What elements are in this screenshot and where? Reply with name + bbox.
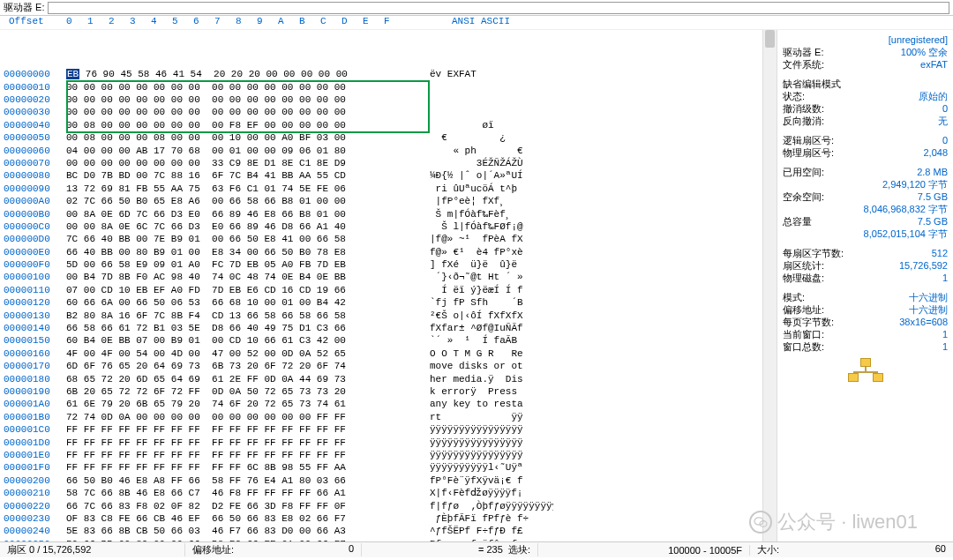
hex-bytes[interactable]: B2 80 8A 16 6F 7C 8B F4 CD 13 66 58 66 5… — [66, 310, 430, 322]
hex-bytes[interactable]: FF FF FF FF FF FF FF FF FF FF FF FF FF F… — [66, 437, 430, 449]
hex-row[interactable]: 0000015060 B4 0E BB 07 00 B9 01 00 CD 10… — [0, 334, 762, 347]
hex-bytes[interactable]: EB 76 90 45 58 46 41 54 20 20 20 00 00 0… — [66, 68, 430, 80]
hex-bytes[interactable]: 61 6E 79 20 6B 65 79 20 74 6F 20 72 65 7… — [66, 398, 430, 410]
hex-row[interactable]: 00000130B2 80 8A 16 6F 7C 8B F4 CD 13 66… — [0, 310, 762, 322]
ascii-cell[interactable]: 3ÉŽÑŽÁŽÙ — [430, 157, 553, 169]
ascii-cell[interactable]: Í ëï ý}ëæÍ Í f — [430, 284, 553, 296]
hex-row[interactable]: 000000A002 7C 66 50 B0 65 E8 A6 00 66 58… — [0, 195, 762, 207]
hex-row[interactable]: 0000011007 00 CD 10 EB EF A0 FD 7D EB E6… — [0, 284, 762, 296]
hex-row[interactable]: 000001604F 00 4F 00 54 00 4D 00 47 00 52… — [0, 347, 762, 360]
hex-bytes[interactable]: 4F 00 4F 00 54 00 4D 00 47 00 52 00 0D 0… — [66, 347, 430, 360]
hex-bytes[interactable]: 66 7C 66 83 F8 02 0F 82 D2 FE 66 3D F8 F… — [66, 500, 430, 512]
ascii-cell[interactable]: k errorÿ Press — [430, 385, 553, 398]
hex-bytes[interactable]: OF 83 C8 FE 66 CB 46 EF 66 50 66 83 E8 0… — [66, 512, 430, 525]
hex-row[interactable]: 000001B072 74 0D 0A 00 00 00 00 00 00 00… — [0, 411, 762, 423]
hex-bytes[interactable]: 66 58 66 61 72 B1 03 5E D8 66 40 49 75 D… — [66, 322, 430, 334]
hex-row[interactable]: 0000003000 00 00 00 00 00 00 00 00 00 00… — [0, 106, 762, 118]
hex-bytes[interactable]: 66 50 B0 46 E8 A8 FF 66 58 FF 76 E4 A1 8… — [66, 474, 430, 487]
hex-row[interactable]: 0000018068 65 72 20 6D 65 64 69 61 2E FF… — [0, 373, 762, 385]
hex-bytes[interactable]: BC D0 7B BD 00 7C 88 16 6F 7C B4 41 BB A… — [66, 169, 430, 182]
ascii-cell[interactable]: fXfar± ^Øf@IuÑÃf — [430, 322, 553, 334]
hex-row[interactable]: 000000E066 40 BB 00 80 B9 01 00 E8 34 00… — [0, 246, 762, 258]
hex-row[interactable]: 0000012060 66 6A 00 66 50 06 53 66 68 10… — [0, 296, 762, 309]
hex-bytes[interactable]: 00 00 00 00 00 00 00 00 00 00 00 00 00 0… — [66, 81, 430, 93]
hex-bytes[interactable]: FF FF FF FF FF FF FF FF FF FF FF FF FF F… — [66, 423, 430, 436]
hex-row[interactable]: 000000B000 8A 0E 6D 7C 66 D3 E0 66 89 46… — [0, 208, 762, 220]
hex-bytes[interactable]: 66 40 BB 00 80 B9 01 00 E8 34 00 66 50 B… — [66, 246, 430, 258]
hex-row[interactable]: 000001D0FF FF FF FF FF FF FF FF FF FF FF… — [0, 437, 762, 449]
ascii-cell[interactable] — [430, 106, 553, 118]
ascii-cell[interactable]: € ¿ — [430, 131, 553, 144]
ascii-cell[interactable]: fP°Fè¨ÿfXÿvä¡€ f — [430, 474, 553, 487]
hex-bytes[interactable]: 00 08 00 00 00 08 00 00 00 10 00 00 A0 B… — [66, 131, 430, 144]
hex-row[interactable]: 000001F0FF FF FF FF FF FF FF FF FF FF 6C… — [0, 461, 762, 474]
hex-bytes[interactable]: 5D 00 66 58 E9 09 01 A0 FC 7D EB 05 A0 F… — [66, 258, 430, 271]
hex-row[interactable]: 0000005000 08 00 00 00 08 00 00 00 10 00… — [0, 131, 762, 144]
hex-row[interactable]: 00000230OF 83 C8 FE 66 CB 46 EF 66 50 66… — [0, 512, 762, 525]
ascii-cell[interactable]: ÿÿÿÿÿÿÿÿÿÿÿÿÿÿÿÿ — [430, 437, 553, 449]
vertical-scrollbar[interactable] — [762, 30, 777, 541]
hex-row[interactable]: 000001706D 6F 76 65 20 64 69 73 6B 73 20… — [0, 360, 762, 372]
hex-bytes[interactable]: 68 65 72 20 6D 65 64 69 61 2E FF 0D 0A 4… — [66, 373, 430, 385]
hex-bytes[interactable]: 00 08 00 00 00 00 00 00 00 F8 EF 00 00 0… — [66, 119, 430, 131]
hex-row[interactable]: 0000004000 08 00 00 00 00 00 00 00 F8 EF… — [0, 119, 762, 131]
hex-bytes[interactable]: 00 00 00 00 00 00 00 00 00 00 00 00 00 0… — [66, 106, 430, 118]
hex-bytes[interactable]: 5E 83 66 8B CB 50 66 03 46 F7 66 83 D0 0… — [66, 525, 430, 537]
ascii-cell[interactable]: ] fXé ü}ë û}ë — [430, 258, 553, 271]
hex-row[interactable]: 0000006004 00 00 00 AB 17 70 68 00 01 00… — [0, 145, 762, 157]
drive-input[interactable] — [48, 2, 949, 14]
hex-row[interactable]: 00000000EB 76 90 45 58 46 41 54 20 20 20… — [0, 68, 762, 80]
hex-view[interactable]: 00000000EB 76 90 45 58 46 41 54 20 20 20… — [0, 30, 762, 541]
hex-row[interactable]: 000001A061 6E 79 20 6B 65 79 20 74 6F 20… — [0, 398, 762, 410]
ascii-cell[interactable]: Š l|fÓàf‰FØf¡@ — [430, 220, 553, 233]
hex-bytes[interactable]: 00 8A 0E 6D 7C 66 D3 E0 66 89 46 E8 66 B… — [66, 208, 430, 220]
ascii-cell[interactable]: her media.ÿ Dis — [430, 373, 553, 385]
ascii-cell[interactable]: any key to resta — [430, 398, 553, 410]
ascii-cell[interactable]: Pf» ‚ f¸üfî f÷ — [430, 538, 553, 541]
hex-row[interactable]: 000001C0FF FF FF FF FF FF FF FF FF FF FF… — [0, 423, 762, 436]
hex-bytes[interactable]: 50 66 BB 00 82 00 00 66 B8 FC 66 EE 01 0… — [66, 538, 430, 541]
ascii-cell[interactable]: Š m|fÓàf‰Fèf¸ — [430, 208, 553, 220]
ascii-cell[interactable] — [430, 81, 553, 93]
ascii-cell[interactable]: ÿÿÿÿÿÿÿÿÿÿl‹˜Uÿª — [430, 461, 553, 474]
hex-row[interactable]: 000000D07C 66 40 BB 00 7E B9 01 00 66 50… — [0, 233, 762, 245]
hex-bytes[interactable]: 6D 6F 76 65 20 64 69 73 6B 73 20 6F 72 2… — [66, 360, 430, 372]
hex-row[interactable]: 00000080BC D0 7B BD 00 7C 88 16 6F 7C B4… — [0, 169, 762, 182]
ascii-cell[interactable] — [430, 93, 553, 106]
hex-bytes[interactable]: 07 00 CD 10 EB EF A0 FD 7D EB E6 CD 16 C… — [66, 284, 430, 296]
ascii-cell[interactable]: ¼Ð{½ |ˆ o|´A»ªUÍ — [430, 169, 553, 182]
hex-row[interactable]: 0000021058 7C 66 8B 46 E8 66 C7 46 F8 FF… — [0, 487, 762, 499]
hex-bytes[interactable]: 00 00 8A 0E 6C 7C 66 D3 E0 66 89 46 D8 6… — [66, 220, 430, 233]
ascii-cell[interactable]: |fP°eè¦ fXf¸ — [430, 195, 553, 207]
hex-bytes[interactable]: 60 66 6A 00 66 50 06 53 66 68 10 00 01 0… — [66, 296, 430, 309]
hex-bytes[interactable]: 72 74 0D 0A 00 00 00 00 00 00 00 00 00 0… — [66, 411, 430, 423]
hex-bytes[interactable]: 60 B4 0E BB 07 00 B9 01 00 CD 10 66 61 C… — [66, 334, 430, 347]
hex-bytes[interactable]: 00 00 00 00 00 00 00 00 00 00 00 00 00 0… — [66, 93, 430, 106]
scroll-thumb[interactable] — [765, 30, 775, 48]
ascii-cell[interactable]: ^ƒfŠËPf F÷fƒÐ f£ — [430, 525, 553, 537]
ascii-cell[interactable]: rt ÿÿ — [430, 411, 553, 423]
ascii-cell[interactable]: move disks or ot — [430, 360, 553, 372]
ascii-cell[interactable]: X|f‹Fèfǆøÿÿÿÿf¡ — [430, 487, 553, 499]
ascii-cell[interactable]: ²€Š o|‹ôÍ fXfXfX — [430, 310, 553, 322]
ascii-cell[interactable]: ri ûUªucöÁ t^þ — [430, 183, 553, 195]
ascii-cell[interactable]: « ph € — [430, 145, 553, 157]
hex-bytes[interactable]: 7C 66 40 BB 00 7E B9 01 00 66 50 E8 41 0… — [66, 233, 430, 245]
hex-bytes[interactable]: 02 7C 66 50 B0 65 E8 A6 00 66 58 66 B8 0… — [66, 195, 430, 207]
hex-bytes[interactable]: 6B 20 65 72 72 6F 72 FF 0D 0A 50 72 65 7… — [66, 385, 430, 398]
hex-bytes[interactable]: FF FF FF FF FF FF FF FF FF FF 6C 8B 98 5… — [66, 461, 430, 474]
ascii-cell[interactable]: ƒÈþfÃFï fPfƒè f÷ — [430, 512, 553, 525]
ascii-cell[interactable]: |f@» ~¹ fPèA fX — [430, 233, 553, 245]
ascii-cell[interactable]: ÿÿÿÿÿÿÿÿÿÿÿÿÿÿÿÿ — [430, 423, 553, 436]
hex-row[interactable]: 0000009013 72 69 81 FB 55 AA 75 63 F6 C1… — [0, 183, 762, 195]
hex-row[interactable]: 000001E0FF FF FF FF FF FF FF FF FF FF FF… — [0, 449, 762, 461]
hex-row[interactable]: 000001906B 20 65 72 72 6F 72 FF 0D 0A 50… — [0, 385, 762, 398]
hex-row[interactable]: 0000025050 66 BB 00 82 00 00 66 B8 FC 66… — [0, 538, 762, 541]
hex-bytes[interactable]: 58 7C 66 8B 46 E8 66 C7 46 F8 FF FF FF F… — [66, 487, 430, 499]
hex-bytes[interactable]: 04 00 00 00 AB 17 70 68 00 01 00 00 09 0… — [66, 145, 430, 157]
ascii-cell[interactable]: ´}‹ð¬˜@t Ht ´ » — [430, 271, 553, 283]
hex-row[interactable]: 000000C000 00 8A 0E 6C 7C 66 D3 E0 66 89… — [0, 220, 762, 233]
hex-row[interactable]: 000000F05D 00 66 58 E9 09 01 A0 FC 7D EB… — [0, 258, 762, 271]
ascii-cell[interactable]: øï — [430, 119, 553, 131]
hex-row[interactable]: 0000001000 00 00 00 00 00 00 00 00 00 00… — [0, 81, 762, 93]
